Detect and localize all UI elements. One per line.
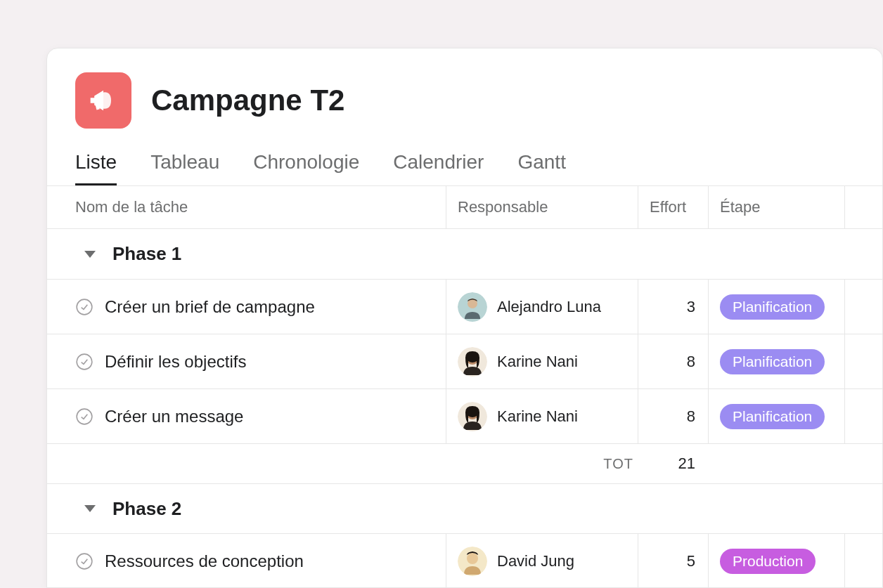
task-extra-cell: [844, 534, 882, 588]
task-name-cell: Ressources de conception: [47, 534, 446, 588]
tab-chronologie[interactable]: Chronologie: [253, 151, 359, 185]
column-header-extra: [844, 186, 882, 228]
table-header: Nom de la tâche Responsable Effort Étape: [47, 185, 882, 229]
task-name: Définir les objectifs: [105, 352, 246, 372]
total-value: 21: [638, 455, 708, 473]
task-effort-cell[interactable]: 5: [638, 534, 708, 588]
stage-badge: Planification: [720, 294, 825, 320]
task-responsible-cell[interactable]: Karine Nani: [446, 334, 638, 388]
responsible-name: Karine Nani: [497, 407, 578, 426]
task-extra-cell: [844, 280, 882, 334]
task-responsible-cell[interactable]: Karine Nani: [446, 389, 638, 443]
responsible-name: Alejandro Luna: [497, 298, 601, 316]
task-responsible-cell[interactable]: Alejandro Luna: [446, 280, 638, 334]
stage-badge: Production: [720, 549, 816, 574]
avatar: [458, 347, 487, 377]
check-circle-icon[interactable]: [75, 407, 94, 426]
check-circle-icon[interactable]: [75, 353, 94, 371]
task-row[interactable]: Définir les objectifs Karine Nani 8 Plan…: [47, 334, 882, 389]
total-label: TOT: [47, 456, 638, 472]
project-header: Campagne T2: [47, 48, 882, 129]
task-stage-cell[interactable]: Planification: [708, 389, 844, 443]
megaphone-icon: [88, 85, 119, 116]
section-header-phase-1[interactable]: Phase 1: [47, 229, 882, 280]
task-name: Créer un message: [105, 407, 243, 426]
project-title: Campagne T2: [151, 84, 344, 117]
section-total-row: TOT 21: [47, 444, 882, 483]
svg-point-7: [77, 409, 92, 424]
task-row[interactable]: Ressources de conception David Jung 5 Pr…: [47, 534, 882, 588]
svg-point-10: [77, 554, 92, 569]
tab-tableau[interactable]: Tableau: [150, 151, 219, 185]
svg-point-1: [77, 299, 92, 315]
column-header-name[interactable]: Nom de la tâche: [47, 198, 446, 216]
avatar: [458, 292, 487, 322]
avatar: [458, 402, 487, 431]
caret-down-icon: [84, 505, 96, 512]
task-stage-cell[interactable]: Planification: [708, 334, 844, 388]
stage-badge: Planification: [720, 349, 825, 374]
section-title: Phase 2: [112, 498, 181, 520]
task-extra-cell: [844, 334, 882, 388]
project-window: Campagne T2 Liste Tableau Chronologie Ca…: [46, 48, 883, 588]
task-responsible-cell[interactable]: David Jung: [446, 534, 638, 588]
task-name-cell: Définir les objectifs: [47, 334, 446, 388]
task-effort-cell[interactable]: 3: [638, 280, 708, 334]
check-circle-icon[interactable]: [75, 552, 94, 570]
column-header-stage[interactable]: Étape: [708, 186, 844, 228]
task-name: Ressources de conception: [105, 551, 304, 571]
task-name: Créer un brief de campagne: [105, 297, 315, 317]
svg-line-0: [97, 105, 98, 110]
project-icon-container[interactable]: [75, 72, 131, 129]
task-name-cell: Créer un message: [47, 389, 446, 443]
task-stage-cell[interactable]: Production: [708, 534, 844, 588]
column-header-responsible[interactable]: Responsable: [446, 186, 638, 228]
task-extra-cell: [844, 389, 882, 443]
avatar: [458, 547, 487, 576]
task-row[interactable]: Créer un brief de campagne Alejandro Lun…: [47, 280, 882, 334]
task-effort-cell[interactable]: 8: [638, 334, 708, 388]
section-header-phase-2[interactable]: Phase 2: [47, 483, 882, 534]
tab-liste[interactable]: Liste: [75, 151, 117, 185]
task-name-cell: Créer un brief de campagne: [47, 280, 446, 334]
task-stage-cell[interactable]: Planification: [708, 280, 844, 334]
svg-point-12: [467, 553, 478, 564]
tab-calendrier[interactable]: Calendrier: [393, 151, 484, 185]
view-tabs: Liste Tableau Chronologie Calendrier Gan…: [47, 129, 882, 185]
svg-point-4: [77, 354, 92, 370]
check-circle-icon[interactable]: [75, 298, 94, 316]
task-row[interactable]: Créer un message Karine Nani 8 Planifica…: [47, 389, 882, 444]
stage-badge: Planification: [720, 404, 825, 429]
tab-gantt[interactable]: Gantt: [517, 151, 565, 185]
caret-down-icon: [84, 251, 96, 258]
section-title: Phase 1: [112, 243, 181, 265]
responsible-name: Karine Nani: [497, 353, 578, 371]
responsible-name: David Jung: [497, 552, 574, 570]
column-header-effort[interactable]: Effort: [638, 186, 708, 228]
task-effort-cell[interactable]: 8: [638, 389, 708, 443]
